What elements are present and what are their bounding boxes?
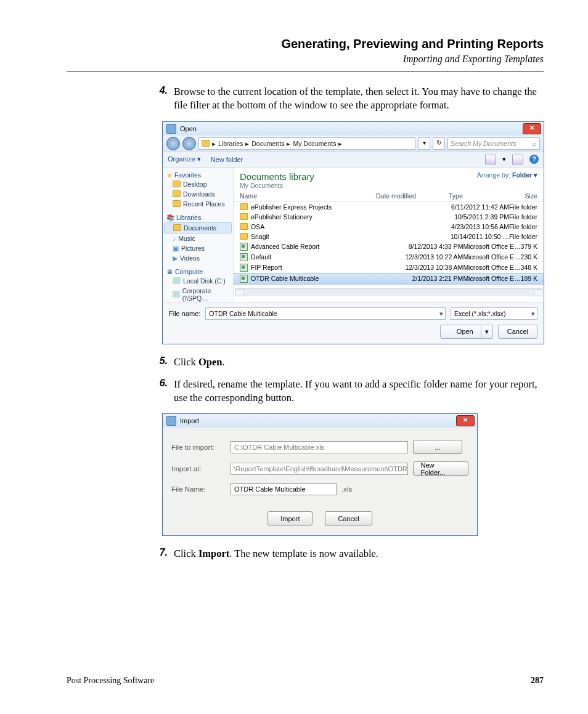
- step-num: 6.: [147, 378, 168, 405]
- step-num: 7.: [147, 547, 168, 561]
- sidebar-item[interactable]: ▶Videos: [164, 253, 232, 263]
- excel-icon: [240, 264, 248, 272]
- step-num: 5.: [147, 355, 168, 369]
- filename-combo[interactable]: OTDR Cable Multicable: [205, 307, 446, 320]
- window-title: Open: [180, 125, 197, 132]
- footer-title: Post Processing Software: [67, 676, 154, 686]
- view-icon[interactable]: [485, 155, 496, 164]
- folder-icon: [240, 233, 248, 240]
- file-name-input[interactable]: OTDR Cable Multicable: [231, 483, 337, 495]
- step-text: If desired, rename the template. If you …: [174, 378, 544, 405]
- sidebar-item[interactable]: Recent Places: [164, 199, 232, 209]
- scrollbar[interactable]: [235, 288, 542, 296]
- file-row[interactable]: Advanced Cable Report8/12/2013 4:33 PMMi…: [234, 241, 544, 252]
- file-row[interactable]: OTDR Cable Multicable2/1/2013 2:21 PMMic…: [234, 273, 544, 285]
- file-row[interactable]: Snagit10/14/2011 10:50 …File folder: [234, 232, 544, 241]
- dropdown-icon[interactable]: ▾: [418, 137, 430, 150]
- file-ext-label: .xls: [341, 485, 352, 493]
- sidebar-item[interactable]: ▣Pictures: [164, 243, 232, 253]
- excel-icon: [240, 275, 248, 283]
- import-dialog: Import ✕ File to import: C:\OTDR Cable M…: [162, 413, 478, 536]
- chevron-down-icon: ▾: [481, 325, 492, 338]
- open-button[interactable]: Open▾: [440, 325, 493, 339]
- header-rule: [67, 71, 544, 71]
- sidebar-item[interactable]: Corporate (\\SPQ…: [164, 286, 232, 302]
- step-text: Click Import. The new template is now av…: [174, 547, 378, 561]
- filter-combo[interactable]: Excel (*.xls;*.xlsx): [451, 307, 537, 320]
- breadcrumb[interactable]: ▸Libraries ▸Documents ▸My Documents▸: [198, 137, 415, 150]
- file-name-label: File Name:: [171, 485, 226, 493]
- folder-icon: [202, 140, 210, 147]
- search-input[interactable]: Search My Documents: [447, 137, 540, 150]
- import-at-input[interactable]: \ReportTemplate\English\Broadband\Measur…: [231, 463, 408, 475]
- filename-label: File name:: [169, 310, 200, 317]
- new-folder-button[interactable]: New folder: [211, 156, 243, 163]
- file-row[interactable]: ePublisher Stationery10/5/2011 2:39 PMFi…: [234, 212, 544, 222]
- sidebar: ★ Favorites Desktop Downloads Recent Pla…: [163, 168, 234, 302]
- sidebar-item[interactable]: ♪Music: [164, 233, 232, 243]
- column-headers[interactable]: NameDate modifiedTypeSize: [234, 190, 544, 202]
- page-subtitle: Importing and Exporting Templates: [67, 54, 544, 65]
- titlebar[interactable]: Import ✕: [163, 414, 477, 428]
- organize-button[interactable]: Organize ▾: [168, 155, 201, 163]
- titlebar[interactable]: Open ✕: [163, 122, 544, 136]
- folder-icon: [240, 213, 248, 220]
- app-icon: [166, 416, 176, 426]
- file-row[interactable]: Default12/3/2013 10:22 AMMicrosoft Offic…: [234, 252, 544, 262]
- close-icon[interactable]: ✕: [523, 123, 541, 134]
- file-to-import-input[interactable]: C:\OTDR Cable Multicable.xls: [231, 441, 408, 453]
- excel-icon: [240, 253, 248, 261]
- file-row[interactable]: OSA4/23/2013 10:56 AMFile folder: [234, 222, 544, 232]
- forward-button[interactable]: [182, 137, 196, 150]
- preview-icon[interactable]: [512, 155, 523, 164]
- window-title: Import: [180, 417, 199, 424]
- help-icon[interactable]: ?: [529, 155, 539, 164]
- file-row[interactable]: ePublisher Express Projects6/11/2012 11:…: [234, 202, 544, 212]
- page-number: 287: [531, 676, 544, 686]
- close-icon[interactable]: ✕: [456, 415, 475, 426]
- step-text: Click Open.: [174, 355, 225, 369]
- page-heading: Generating, Previewing and Printing Repo…: [67, 37, 544, 51]
- sidebar-item[interactable]: Downloads: [164, 189, 232, 199]
- back-button[interactable]: [166, 137, 180, 150]
- folder-icon: [240, 223, 248, 230]
- library-title: Documents library: [240, 171, 314, 182]
- file-to-import-label: File to import:: [171, 444, 226, 451]
- file-row[interactable]: FIP Report12/3/2013 10:38 AMMicrosoft Of…: [234, 262, 544, 273]
- sidebar-item[interactable]: Desktop: [164, 179, 232, 189]
- import-at-label: Import at:: [171, 465, 226, 473]
- arrange-by-button[interactable]: Folder ▾: [512, 171, 537, 179]
- sidebar-item[interactable]: Local Disk (C:): [164, 276, 232, 286]
- cancel-button[interactable]: Cancel: [325, 511, 372, 525]
- app-icon: [166, 124, 176, 134]
- step-text: Browse to the current location of the te…: [174, 85, 544, 113]
- refresh-icon[interactable]: ↻: [433, 137, 445, 150]
- open-dialog: Open ✕ ▸Libraries ▸Documents ▸My Documen…: [162, 121, 544, 344]
- sidebar-item-documents[interactable]: Documents: [164, 222, 232, 233]
- browse-button[interactable]: ...: [413, 440, 462, 454]
- import-button[interactable]: Import: [267, 511, 312, 525]
- cancel-button[interactable]: Cancel: [498, 325, 537, 339]
- step-num: 4.: [147, 85, 168, 113]
- folder-icon: [240, 203, 248, 210]
- new-folder-button[interactable]: New Folder...: [413, 461, 468, 476]
- excel-icon: [240, 243, 248, 251]
